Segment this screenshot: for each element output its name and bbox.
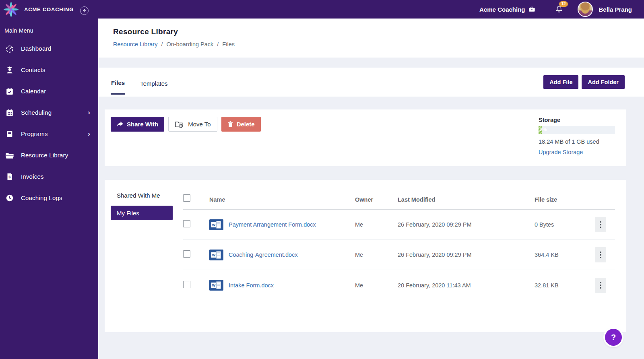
- tabs-bar: Files Templates Add File Add Folder: [98, 68, 644, 97]
- calendar-grid-icon: [5, 108, 14, 118]
- files-table: Name Owner Last Modified File size W: [176, 180, 626, 332]
- sidebar-item-label: Programs: [21, 130, 48, 137]
- file-size: 32.81 KB: [535, 282, 595, 289]
- file-size: 0 Bytes: [535, 221, 595, 228]
- file-size: 364.4 KB: [535, 252, 595, 258]
- main-content: Resource Library Resource Library / On-b…: [98, 19, 644, 359]
- file-owner: Me: [355, 252, 398, 258]
- sidebar-item-coaching-logs[interactable]: Coaching Logs: [0, 187, 98, 208]
- breadcrumb-item-onboarding-pack: On-boarding Pack: [166, 41, 213, 47]
- word-doc-icon: W: [209, 250, 223, 260]
- folder-move-icon: [175, 120, 185, 128]
- breadcrumb-separator: /: [217, 41, 219, 47]
- sidebar-item-label: Scheduling: [21, 109, 52, 116]
- column-header-size: File size: [535, 196, 595, 203]
- svg-text:$: $: [9, 175, 11, 179]
- sidebar-item-label: Dashboard: [21, 45, 51, 52]
- select-all-checkbox[interactable]: [183, 194, 190, 202]
- breadcrumb: Resource Library / On-boarding Pack / Fi…: [113, 41, 644, 47]
- move-to-button[interactable]: Move To: [168, 117, 217, 132]
- brand-area: ACME COACHING: [0, 2, 98, 17]
- help-button[interactable]: ?: [605, 329, 622, 346]
- sidebar-section-label: Main Menu: [0, 24, 98, 38]
- book-icon: [5, 129, 14, 139]
- file-list-card: Shared With Me My Files Name Owner Last …: [105, 180, 626, 332]
- storage-percent-label: 2%: [540, 127, 547, 132]
- company-menu[interactable]: Acme Coaching: [479, 6, 536, 13]
- company-name: Acme Coaching: [479, 6, 525, 13]
- add-file-button[interactable]: Add File: [543, 75, 578, 89]
- file-modified: 26 February, 2020 09:29 PM: [398, 221, 535, 228]
- share-with-button[interactable]: Share With: [111, 117, 164, 132]
- sidebar-item-programs[interactable]: Programs ›: [0, 123, 98, 144]
- delete-label: Delete: [237, 121, 255, 128]
- storage-widget: Storage 2% 18.24 MB of 1 GB used Upgrade…: [539, 117, 615, 166]
- file-owner: Me: [355, 221, 398, 228]
- breadcrumb-item-resource-library[interactable]: Resource Library: [113, 41, 157, 47]
- file-scope-tabs: Shared With Me My Files: [105, 180, 176, 332]
- breadcrumb-separator: /: [161, 41, 163, 47]
- clock-icon: [5, 193, 14, 203]
- table-row: W Payment Arrangement Form.docx Me 26 Fe…: [183, 210, 615, 240]
- topbar: ACME COACHING Acme Coaching 12 Bella P: [0, 0, 644, 19]
- sidebar-item-resource-library[interactable]: Resource Library: [0, 144, 98, 166]
- kebab-icon: [600, 282, 601, 289]
- file-link[interactable]: Coaching-Agreement.docx: [229, 252, 298, 258]
- arrow-left-icon: [82, 8, 87, 13]
- share-arrow-icon: [117, 121, 124, 127]
- tab-templates[interactable]: Templates: [140, 70, 168, 94]
- briefcase-icon: [528, 6, 536, 13]
- svg-text:W: W: [212, 253, 216, 257]
- upgrade-storage-link[interactable]: Upgrade Storage: [539, 149, 615, 155]
- row-menu-button[interactable]: [595, 247, 606, 262]
- file-modified: 20 February, 2020 11:43 AM: [398, 282, 535, 289]
- storage-progress-bar: 2%: [539, 126, 615, 134]
- column-header-name: Name: [209, 196, 355, 203]
- sidebar-item-invoices[interactable]: $ Invoices: [0, 166, 98, 187]
- sidebar-item-contacts[interactable]: Contacts: [0, 59, 98, 80]
- sidebar-item-calendar[interactable]: Calendar: [0, 80, 98, 102]
- kebab-icon: [600, 221, 601, 228]
- row-checkbox[interactable]: [183, 250, 190, 258]
- notifications-button[interactable]: 12: [555, 4, 564, 14]
- sidebar-item-scheduling[interactable]: Scheduling ›: [0, 102, 98, 123]
- header-actions: Add File Add Folder: [543, 75, 625, 89]
- row-checkbox[interactable]: [183, 220, 190, 227]
- sidebar-item-label: Contacts: [21, 66, 45, 73]
- contacts-graduate-icon: [5, 65, 14, 75]
- table-row: W Coaching-Agreement.docx Me 26 February…: [183, 240, 615, 270]
- file-link[interactable]: Payment Arrangement Form.docx: [229, 221, 316, 228]
- avatar[interactable]: [578, 2, 593, 17]
- svg-text:W: W: [212, 283, 216, 287]
- sidebar-item-dashboard[interactable]: Dashboard: [0, 38, 98, 59]
- table-row: W Intake Form.docx Me 20 February, 2020 …: [183, 270, 615, 300]
- delete-button[interactable]: Delete: [221, 117, 261, 132]
- row-checkbox[interactable]: [183, 281, 190, 288]
- sidebar-item-label: Coaching Logs: [21, 194, 62, 201]
- row-menu-button[interactable]: [595, 217, 606, 232]
- user-name[interactable]: Bella Prang: [599, 6, 632, 13]
- row-menu-button[interactable]: [595, 278, 606, 293]
- page-header: Resource Library Resource Library / On-b…: [98, 19, 644, 58]
- add-folder-button[interactable]: Add Folder: [582, 75, 625, 89]
- topbar-right: Acme Coaching 12 Bella Prang: [479, 2, 644, 17]
- sidebar-collapse-button[interactable]: [80, 6, 89, 15]
- tab-shared-with-me[interactable]: Shared With Me: [105, 186, 176, 205]
- table-header-row: Name Owner Last Modified File size: [183, 180, 615, 210]
- dashboard-gauge-icon: [5, 44, 14, 54]
- notification-badge: 12: [559, 1, 568, 7]
- brand-name: ACME COACHING: [24, 6, 74, 12]
- file-link[interactable]: Intake Form.docx: [229, 282, 274, 289]
- column-header-modified: Last Modified: [398, 196, 535, 203]
- tab-my-files[interactable]: My Files: [111, 206, 173, 220]
- storage-used-text: 18.24 MB of 1 GB used: [539, 138, 615, 145]
- svg-text:W: W: [212, 223, 216, 227]
- word-doc-icon: W: [209, 219, 223, 230]
- sidebar-item-label: Invoices: [21, 173, 44, 180]
- word-doc-icon: W: [209, 280, 223, 291]
- sidebar: Main Menu Dashboard Contacts Calendar Sc…: [0, 19, 98, 359]
- sidebar-item-label: Calendar: [21, 88, 46, 95]
- toolbar-card: Share With Move To Delete Storage 2%: [105, 109, 626, 166]
- trash-icon: [227, 121, 233, 128]
- tab-files[interactable]: Files: [111, 70, 125, 95]
